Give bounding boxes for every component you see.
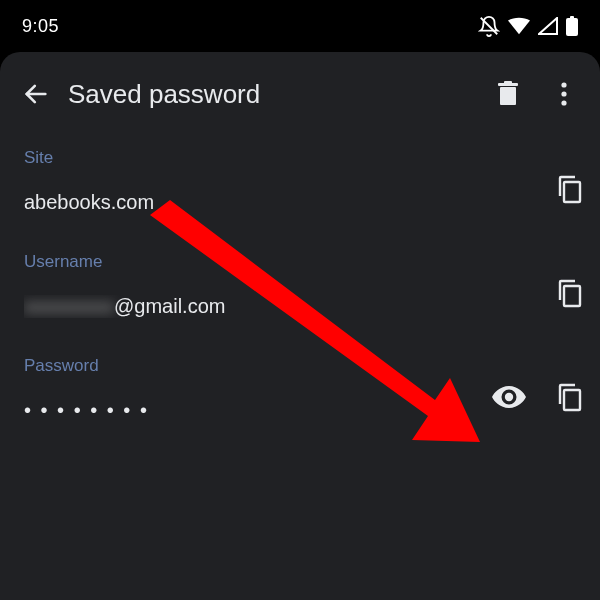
status-icons xyxy=(478,15,578,37)
svg-point-7 xyxy=(561,82,566,87)
password-details: Site abebooks.com Username xyxy=(0,136,600,454)
site-label: Site xyxy=(24,148,576,168)
copy-password-button[interactable] xyxy=(556,382,582,412)
site-value[interactable]: abebooks.com xyxy=(24,191,576,214)
delete-button[interactable] xyxy=(480,66,536,122)
show-password-button[interactable] xyxy=(492,386,526,408)
page-title: Saved password xyxy=(64,79,480,110)
signal-icon xyxy=(538,17,558,35)
eye-icon xyxy=(492,386,526,408)
copy-icon xyxy=(556,174,582,204)
username-value[interactable]: xxxxxxxxx@gmail.com xyxy=(24,295,576,318)
copy-site-button[interactable] xyxy=(556,174,582,204)
app-bar: Saved password xyxy=(0,52,600,136)
copy-icon xyxy=(556,278,582,308)
more-vert-icon xyxy=(561,82,567,106)
username-redacted: xxxxxxxxx xyxy=(24,295,114,318)
username-row: Username xxxxxxxxx@gmail.com xyxy=(24,246,576,350)
svg-point-8 xyxy=(561,91,566,96)
svg-rect-10 xyxy=(564,182,580,202)
back-button[interactable] xyxy=(8,66,64,122)
password-row: Password • • • • • • • • xyxy=(24,350,576,454)
status-bar: 9:05 xyxy=(0,0,600,52)
svg-rect-4 xyxy=(500,87,516,105)
svg-rect-6 xyxy=(504,81,512,84)
svg-rect-13 xyxy=(564,390,580,410)
username-label: Username xyxy=(24,252,576,272)
notifications-off-icon xyxy=(478,15,500,37)
site-row: Site abebooks.com xyxy=(24,142,576,246)
svg-rect-2 xyxy=(570,16,574,19)
app-surface: Saved password Site abebooks.com xyxy=(0,52,600,600)
battery-icon xyxy=(566,16,578,36)
overflow-menu-button[interactable] xyxy=(536,66,592,122)
svg-rect-1 xyxy=(566,18,578,36)
trash-icon xyxy=(496,81,520,107)
svg-rect-11 xyxy=(564,286,580,306)
svg-point-9 xyxy=(561,100,566,105)
password-label: Password xyxy=(24,356,576,376)
copy-username-button[interactable] xyxy=(556,278,582,308)
arrow-back-icon xyxy=(22,80,50,108)
wifi-icon xyxy=(508,17,530,35)
username-suffix: @gmail.com xyxy=(114,295,225,317)
copy-icon xyxy=(556,382,582,412)
status-time: 9:05 xyxy=(22,16,59,37)
svg-point-12 xyxy=(505,393,513,401)
